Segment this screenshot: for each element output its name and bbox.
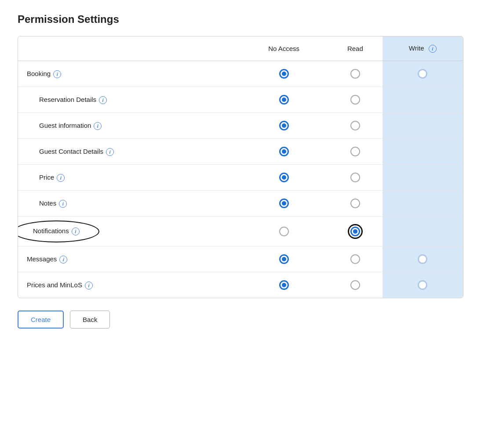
table-row: Guest Contact Detailsi [18,139,463,165]
table-row: Prices and MinLoSi [18,272,463,298]
row-label-prices-minlos: Prices and MinLoSi [18,272,240,298]
col-write: Write i [383,36,463,61]
notes-info-icon[interactable]: i [59,200,67,208]
radio-no-access-messages[interactable] [279,254,289,264]
table-row: Notificationsi [18,217,463,246]
radio-read-notifications[interactable] [350,227,360,236]
radio-read-price[interactable] [350,173,360,182]
radio-write-prices-minlos[interactable] [418,280,427,290]
row-label-guest-information: Guest informationi [18,113,240,139]
radio-read-guest-contact-details[interactable] [350,147,360,156]
row-label-messages: Messagesi [18,246,240,272]
prices-minlos-info-icon[interactable]: i [85,282,93,289]
radio-no-access-booking[interactable] [279,69,289,79]
radio-read-prices-minlos[interactable] [350,280,360,290]
row-label-price: Pricei [18,165,240,191]
write-info-icon[interactable]: i [429,45,437,53]
radio-no-access-guest-information[interactable] [279,121,289,130]
write-price[interactable] [383,165,463,191]
write-notes[interactable] [383,191,463,217]
radio-write-booking[interactable] [418,69,427,79]
radio-no-access-notifications[interactable] [279,227,289,236]
radio-read-booking[interactable] [350,69,360,79]
radio-no-access-reservation-details[interactable] [279,95,289,105]
page-title: Permission Settings [18,13,463,25]
col-label [18,36,240,61]
row-label-guest-contact-details: Guest Contact Detailsi [18,139,240,165]
radio-read-guest-information[interactable] [350,121,360,130]
write-notifications[interactable] [383,217,463,246]
booking-info-icon[interactable]: i [53,70,61,78]
table-row: Messagesi [18,246,463,272]
read-notifications[interactable] [328,217,383,246]
write-guest-information[interactable] [383,113,463,139]
back-button[interactable]: Back [70,311,110,329]
read-guest-contact-details[interactable] [328,139,383,165]
read-booking[interactable] [328,61,383,87]
read-reservation-details[interactable] [328,87,383,113]
read-messages[interactable] [328,246,383,272]
write-guest-contact-details[interactable] [383,139,463,165]
write-booking[interactable] [383,61,463,87]
no-access-reservation-details[interactable] [240,87,328,113]
read-prices-minlos[interactable] [328,272,383,298]
radio-read-messages[interactable] [350,254,360,264]
row-label-notifications: Notificationsi [18,217,240,246]
write-prices-minlos[interactable] [383,272,463,298]
no-access-guest-contact-details[interactable] [240,139,328,165]
radio-no-access-price[interactable] [279,173,289,182]
reservation-details-info-icon[interactable]: i [99,96,107,104]
no-access-price[interactable] [240,165,328,191]
write-messages[interactable] [383,246,463,272]
notifications-info-icon[interactable]: i [72,228,80,235]
no-access-notifications[interactable] [240,217,328,246]
create-button[interactable]: Create [18,311,64,329]
row-label-notes: Notesi [18,191,240,217]
table-row: Notesi [18,191,463,217]
table-row: Bookingi [18,61,463,87]
guest-information-info-icon[interactable]: i [94,122,102,130]
radio-read-notes[interactable] [350,199,360,208]
no-access-notes[interactable] [240,191,328,217]
col-no-access: No Access [240,36,328,61]
read-guest-information[interactable] [328,113,383,139]
table-row: Reservation Detailsi [18,87,463,113]
radio-no-access-notes[interactable] [279,199,289,208]
radio-no-access-guest-contact-details[interactable] [279,147,289,156]
read-notes[interactable] [328,191,383,217]
messages-info-icon[interactable]: i [59,256,67,264]
permissions-table: No Access Read Write i BookingiReservati… [18,36,463,298]
read-price[interactable] [328,165,383,191]
table-row: Guest informationi [18,113,463,139]
no-access-booking[interactable] [240,61,328,87]
radio-read-reservation-details[interactable] [350,95,360,105]
row-label-reservation-details: Reservation Detailsi [18,87,240,113]
table-row: Pricei [18,165,463,191]
no-access-messages[interactable] [240,246,328,272]
no-access-guest-information[interactable] [240,113,328,139]
price-info-icon[interactable]: i [57,174,65,182]
radio-write-messages[interactable] [418,254,427,264]
no-access-prices-minlos[interactable] [240,272,328,298]
action-buttons: Create Back [18,311,463,329]
row-label-booking: Bookingi [18,61,240,87]
guest-contact-details-info-icon[interactable]: i [106,148,114,156]
write-reservation-details[interactable] [383,87,463,113]
col-read: Read [328,36,383,61]
radio-no-access-prices-minlos[interactable] [279,280,289,290]
